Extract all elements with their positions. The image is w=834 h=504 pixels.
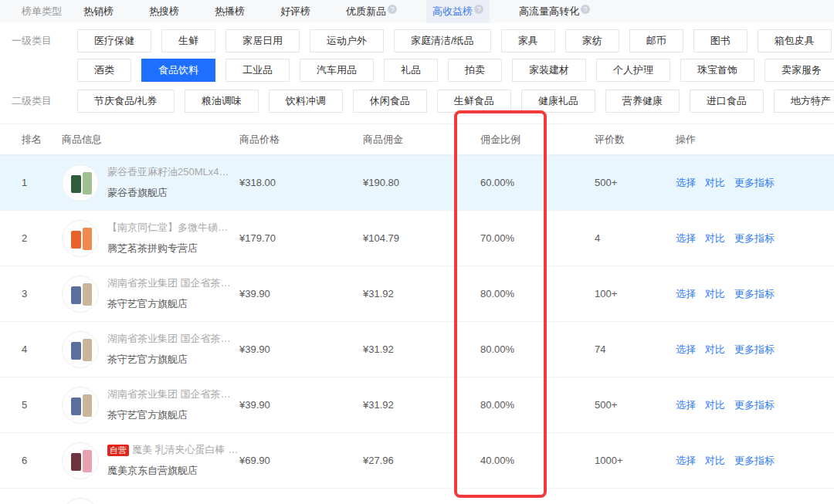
product-image-shape [83,450,92,472]
action-compare-link[interactable]: 对比 [705,288,725,299]
list-type-tab[interactable]: 高收益榜? [426,0,490,23]
category-chip[interactable]: 生鲜食品 [437,90,511,113]
action-compare-link[interactable]: 对比 [705,455,725,466]
product-image-shape [83,172,92,194]
action-select-link[interactable]: 选择 [676,343,696,355]
product-info-cell: 自营魔美 乳清夹心蛋白棒 混...魔美京东自营旗舰店 [62,442,239,479]
level2-label: 二级类目 [12,90,77,119]
product-ranking-table: 排名商品信息商品价格商品佣金佣金比例评价数操作 1蒙谷香亚麻籽油250MLx4瓶… [0,123,834,504]
category-chip[interactable]: 拍卖 [448,59,502,82]
product-title: 湖南省茶业集团 国企省茶企花... [107,332,237,346]
product-title-line: 湖南省茶业集团 国企省茶企花... [107,387,237,401]
self-operated-badge: 自营 [107,445,129,456]
price-cell: ¥39.90 [239,399,363,411]
price-cell: ¥179.70 [239,232,363,244]
product-info-cell: 蒙谷香亚麻籽油250MLx4瓶 ...蒙谷香旗舰店 [62,164,239,201]
product-image-shape [71,175,81,193]
product-image[interactable] [62,220,99,257]
price-cell: ¥39.90 [239,343,363,355]
product-image[interactable] [62,387,99,424]
category-chip[interactable]: 家庭清洁/纸品 [394,29,491,52]
product-image[interactable] [62,331,99,368]
category-chip[interactable]: 进口食品 [690,90,764,113]
tab-label: 高流量高转化 [519,5,579,17]
action-select-link[interactable]: 选择 [676,399,696,411]
list-type-tab[interactable]: 高流量高转化? [513,0,596,23]
category-chip[interactable]: 汽车用品 [300,59,374,82]
category-chip[interactable]: 家装建材 [512,59,586,82]
product-info-cell: 湖南省茶业集团 国企省茶企花...茶守艺官方旗舰店 [62,387,239,424]
category-chip[interactable]: 饮料冲调 [269,90,343,113]
list-type-tab[interactable]: 好评榜 [274,0,317,23]
action-more-metrics-link[interactable]: 更多指标 [734,399,775,411]
category-chip[interactable]: 健康礼品 [521,90,595,113]
rank-cell: 2 [22,232,62,244]
column-header: 商品佣金 [363,133,471,147]
actions-cell: 选择对比更多指标 [676,343,834,357]
category-chip[interactable]: 家纺 [565,29,619,52]
category-chip[interactable]: 工业品 [225,59,290,82]
list-type-tab[interactable]: 热播榜 [208,0,251,23]
product-info-cell: 武夷星 大红袍茶叶 武夷岩茶... [62,498,239,504]
category-chip[interactable]: 生鲜 [161,29,215,52]
action-compare-link[interactable]: 对比 [705,399,725,411]
category-chip[interactable]: 家居日用 [225,29,300,52]
category-chip[interactable]: 箱包皮具 [758,29,832,52]
table-row: 4湖南省茶业集团 国企省茶企花...茶守艺官方旗舰店¥39.90¥31.9280… [0,322,834,377]
product-image-shape [83,394,92,417]
product-title: 蒙谷香亚麻籽油250MLx4瓶 ... [107,165,237,179]
category-chip[interactable]: 地方特产 [774,90,834,113]
category-chip[interactable]: 邮币 [629,29,683,52]
commission-cell: ¥31.92 [363,343,471,355]
action-compare-link[interactable]: 对比 [705,232,725,244]
category-chip[interactable]: 酒类 [77,59,131,82]
action-more-metrics-link[interactable]: 更多指标 [734,288,775,299]
category-chip[interactable]: 家具 [501,29,555,52]
action-select-link[interactable]: 选择 [676,232,696,244]
category-chip[interactable]: 个人护理 [596,59,670,82]
action-more-metrics-link[interactable]: 更多指标 [734,455,775,466]
action-select-link[interactable]: 选择 [676,288,696,299]
rank-cell: 3 [22,288,62,299]
commission-cell: ¥31.92 [363,399,471,411]
product-image-shape [83,228,92,250]
column-header: 佣金比例 [471,133,568,147]
product-image[interactable] [62,276,99,313]
category-chip[interactable]: 图书 [693,29,748,52]
action-compare-link[interactable]: 对比 [705,343,725,355]
shop-name: 魔美京东自营旗舰店 [107,464,237,478]
list-type-tab[interactable]: 优质新品? [340,0,403,23]
product-image[interactable] [62,442,99,479]
category-chip[interactable]: 节庆食品/礼券 [77,90,175,113]
tab-label: 优质新品 [346,5,386,17]
category-chip[interactable]: 卖家服务 [764,59,834,82]
tab-label: 好评榜 [280,5,310,17]
action-more-metrics-link[interactable]: 更多指标 [734,232,775,244]
action-compare-link[interactable]: 对比 [705,177,725,188]
product-image-shape [83,339,92,361]
list-type-tab[interactable]: 热搜榜 [143,0,185,23]
product-title-line: 湖南省茶业集团 国企省茶企花... [107,332,237,346]
help-icon: ? [474,5,483,14]
product-text: 湖南省茶业集团 国企省茶企花...茶守艺官方旗舰店 [107,332,237,367]
list-type-tabs: 热销榜热搜榜热播榜好评榜优质新品?高收益榜?高流量高转化? [77,0,619,23]
level1-chip-lines: 医疗保健生鲜家居日用运动户外家庭清洁/纸品家具家纺邮币图书箱包皮具文娱服饰内衣本… [77,29,834,88]
list-type-tab[interactable]: 热销榜 [77,0,120,23]
help-icon: ? [581,5,590,14]
action-select-link[interactable]: 选择 [676,455,696,466]
category-chip[interactable]: 礼品 [384,59,438,82]
category-chip[interactable]: 食品饮料 [141,59,215,82]
category-chip[interactable]: 休闲食品 [353,90,427,113]
product-image[interactable] [62,164,99,201]
actions-cell: 选择对比更多指标 [676,232,834,245]
category-chip[interactable]: 医疗保健 [77,29,151,52]
category-chip[interactable]: 营养健康 [605,90,680,113]
product-image[interactable] [62,498,99,504]
action-select-link[interactable]: 选择 [676,177,696,188]
action-more-metrics-link[interactable]: 更多指标 [734,343,775,355]
action-more-metrics-link[interactable]: 更多指标 [734,177,775,188]
category-chip[interactable]: 粮油调味 [185,90,259,113]
table-row: 3湖南省茶业集团 国企省茶企花...茶守艺官方旗舰店¥39.90¥31.9280… [0,266,834,322]
category-chip[interactable]: 运动户外 [310,29,384,52]
category-chip[interactable]: 珠宝首饰 [680,59,754,82]
